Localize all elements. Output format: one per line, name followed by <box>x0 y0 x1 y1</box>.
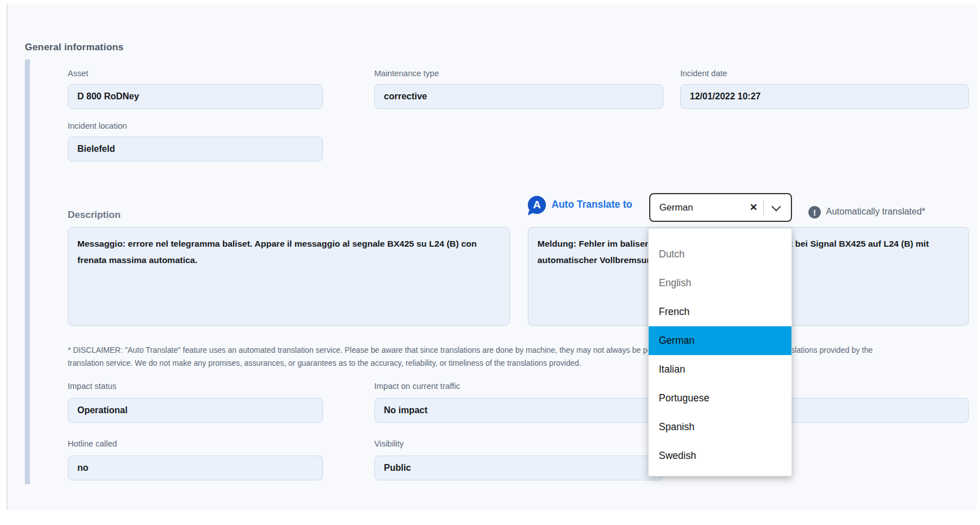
incident-location-value: Bielefeld <box>77 144 115 154</box>
maintenance-type-field[interactable]: corrective <box>374 84 663 109</box>
description-text: Messaggio: errore nel telegramma baliset… <box>77 239 477 265</box>
section-accent-bar <box>25 59 30 484</box>
automatically-translated-note: Automatically translated* <box>826 207 925 217</box>
language-select-value: German <box>659 202 747 213</box>
dropdown-option-french[interactable]: French <box>649 298 791 326</box>
impact-status-field[interactable]: Operational <box>68 398 323 423</box>
incident-form-page: General informations Asset D 800 RoDNey … <box>0 0 980 525</box>
auto-translate-icon: A <box>528 196 546 214</box>
impact-traffic-value: No impact <box>384 405 427 415</box>
incident-location-label: Incident location <box>68 121 127 130</box>
info-icon-glyph: ! <box>813 208 816 217</box>
visibility-label: Visibility <box>374 439 404 448</box>
dropdown-option-spanish[interactable]: Spanish <box>649 413 791 441</box>
impact-traffic-label: Impact on current traffic <box>374 382 460 391</box>
incident-date-label: Incident date <box>680 69 727 78</box>
hotline-called-label: Hotline called <box>68 439 117 448</box>
dropdown-option-portuguese[interactable]: Portuguese <box>649 384 791 413</box>
maintenance-type-value: corrective <box>384 91 427 102</box>
incident-date-value: 12/01/2022 10:27 <box>690 91 760 102</box>
asset-label: Asset <box>68 69 88 78</box>
hotline-called-value: no <box>77 463 89 473</box>
chevron-down-icon[interactable] <box>772 202 781 211</box>
incident-location-field[interactable]: Bielefeld <box>68 137 323 161</box>
impact-status-value: Operational <box>77 405 128 415</box>
dropdown-option-swedish[interactable]: Swedish <box>649 441 791 470</box>
section-title: General informations <box>25 42 124 53</box>
auto-translate-label: Auto Translate to <box>552 199 632 211</box>
language-dropdown-list: DutchEnglishFrenchGermanItalianPortugues… <box>648 228 792 476</box>
select-divider <box>763 200 764 215</box>
dropdown-option-dutch[interactable]: Dutch <box>649 240 791 269</box>
hotline-called-field[interactable]: no <box>68 456 323 480</box>
auto-translate-icon-letter: A <box>533 199 541 211</box>
description-textarea[interactable]: Messaggio: errore nel telegramma baliset… <box>68 227 510 326</box>
asset-value: D 800 RoDNey <box>77 91 139 102</box>
impact-status-label: Impact status <box>68 382 116 391</box>
description-label: Description <box>68 209 121 221</box>
dropdown-option-italian[interactable]: Italian <box>649 355 791 384</box>
clear-selection-icon[interactable]: ✕ <box>747 202 763 213</box>
visibility-field[interactable]: Public <box>374 456 663 480</box>
info-icon: ! <box>808 206 821 218</box>
asset-field[interactable]: D 800 RoDNey <box>68 84 323 109</box>
dropdown-option-german[interactable]: German <box>649 326 791 355</box>
incident-date-field[interactable]: 12/01/2022 10:27 <box>680 84 969 109</box>
visibility-value: Public <box>384 463 411 473</box>
maintenance-type-label: Maintenance type <box>374 69 439 78</box>
language-select[interactable]: German ✕ <box>649 193 792 222</box>
dropdown-option-english[interactable]: English <box>649 269 791 298</box>
